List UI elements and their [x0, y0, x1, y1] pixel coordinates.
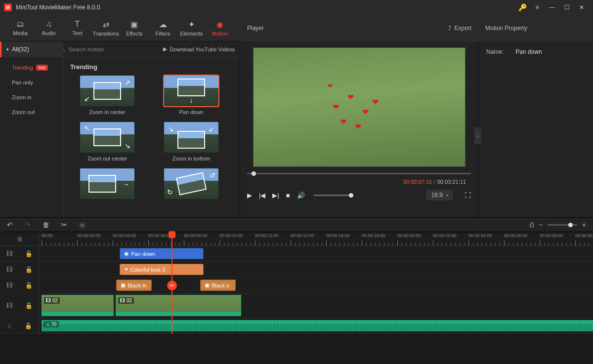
video-clip-1[interactable]: 🎞02	[42, 295, 114, 316]
app-logo-icon: M	[4, 3, 12, 11]
elements-icon: ✦	[188, 20, 195, 29]
video-track: 🎞🔓 🎞02 🎞02	[0, 293, 593, 318]
motion-track: 🎞🔓 ◉ Pan down	[0, 246, 593, 262]
transition-track: 🎞🔓 ▣Black in ▣Black o ✂	[0, 278, 593, 293]
audio-track: ♫🔓 ♫ 20	[0, 318, 593, 334]
category-all[interactable]: ▾ All(32)	[0, 41, 63, 57]
close-icon[interactable]: ✕	[574, 0, 589, 15]
effect-clip[interactable]: ✦ Colorful love 3	[120, 264, 204, 275]
motion-item-zoom-in-center[interactable]: ↗↗ Zoom in center	[70, 76, 144, 115]
category-trending[interactable]: TrendingHot	[0, 60, 63, 75]
lock-icon[interactable]: 🔓	[25, 266, 33, 273]
effect-clip-icon: ✦	[124, 266, 128, 273]
motion-item-pan-down[interactable]: ↓ Pan down	[154, 76, 228, 115]
effect-track-icon: 🎞	[6, 266, 12, 273]
motion-grid: Trending ↗↗ Zoom in center ↓ Pan down ↘↘…	[63, 57, 240, 217]
fullscreen-icon[interactable]: ⛶	[465, 192, 471, 199]
stop-button[interactable]: ■	[286, 192, 290, 199]
transition-icon: ⇄	[103, 20, 109, 29]
zoom-out-button[interactable]: −	[539, 221, 543, 229]
hamburger-menu-icon[interactable]: ≡	[530, 0, 545, 15]
tab-elements[interactable]: ✦Elements	[177, 15, 206, 41]
property-panel: Name: Pan down	[478, 41, 593, 217]
grid-heading: Trending	[70, 63, 233, 71]
motion-item-zoom-in-bottom[interactable]: ↘↘ Zoom in bottom	[154, 122, 228, 162]
play-button[interactable]: ▶	[247, 192, 252, 199]
export-icon: ⤴	[448, 25, 451, 32]
transition-track-icon: 🎞	[6, 282, 12, 289]
zoom-fit-icon[interactable]: ⎙	[530, 221, 534, 229]
text-icon: T	[75, 20, 80, 29]
tab-effects[interactable]: ▣Effects	[120, 15, 149, 41]
zoom-in-button[interactable]: +	[582, 221, 586, 229]
motion-item-6[interactable]: ↺↻	[154, 168, 228, 202]
lock-icon[interactable]: 🔓	[25, 282, 33, 289]
motion-icon: ◉	[216, 20, 223, 29]
property-header: Motion Property	[478, 15, 593, 41]
property-name-value: Pan down	[515, 48, 542, 55]
media-type-tabs: 🗂Media ♫Audio TText ⇄Transitions ▣Effect…	[0, 15, 240, 41]
video-preview[interactable]: ❤ ❤ ❤ ❤ ❤ ❤ ❤	[253, 47, 466, 167]
scrubber-knob[interactable]	[252, 171, 256, 176]
undo-button[interactable]: ↶	[7, 221, 13, 229]
export-button[interactable]: ⤴ Export	[448, 25, 471, 32]
crop-button[interactable]: ▣	[79, 221, 85, 229]
clip-icon: 🎞	[120, 298, 125, 303]
transition-out-clip[interactable]: ▣Black o	[200, 280, 236, 291]
tab-motion[interactable]: ◉Motion	[206, 15, 234, 41]
scrubber[interactable]	[240, 170, 478, 177]
motion-browser: ▾ All(32) 🔍 Search motion ▶ Download You…	[0, 41, 240, 217]
tab-transitions[interactable]: ⇄Transitions	[91, 15, 120, 41]
property-name-label: Name:	[486, 48, 504, 55]
category-zoom-in[interactable]: Zoom in	[0, 90, 63, 105]
effects-icon: ▣	[130, 20, 138, 29]
category-zoom-out[interactable]: Zoom out	[0, 105, 63, 120]
lock-icon[interactable]: 🔓	[25, 302, 33, 309]
zoom-slider[interactable]	[548, 224, 577, 226]
chevron-down-icon: ▾	[6, 47, 9, 52]
youtube-icon: ▶	[163, 46, 167, 52]
minimize-icon[interactable]: —	[545, 0, 559, 15]
folder-icon: 🗂	[16, 20, 24, 29]
timeline: ⊞ 00:0000:00:02:0000:00:04:0000:00:06:00…	[0, 232, 593, 334]
maximize-icon[interactable]: ☐	[559, 0, 574, 15]
player-header: Player ⤴ Export	[240, 15, 478, 41]
upgrade-key-icon[interactable]: 🔑	[518, 3, 527, 11]
video-track-icon: 🎞	[6, 302, 12, 309]
motion-item-zoom-out-center[interactable]: ↘↘ Zoom out center	[70, 122, 144, 162]
cut-marker-icon[interactable]: ✂	[167, 281, 177, 290]
next-frame-button[interactable]: ▶|	[272, 192, 279, 199]
player-title: Player	[247, 25, 264, 32]
tab-media[interactable]: 🗂Media	[6, 15, 35, 41]
split-button[interactable]: ✂	[61, 221, 67, 229]
audio-track-icon: ♫	[7, 323, 11, 329]
search-motion-input[interactable]: 🔍 Search motion	[59, 46, 104, 52]
motion-item-5[interactable]: →	[70, 168, 144, 202]
volume-slider[interactable]	[314, 195, 353, 196]
download-youtube-button[interactable]: ▶ Download YouTube Videos	[163, 46, 235, 52]
volume-icon[interactable]: 🔊	[297, 192, 305, 199]
transition-in-clip[interactable]: ▣Black in	[116, 280, 152, 291]
time-ruler[interactable]: 00:0000:00:02:0000:00:04:0000:00:06:0000…	[40, 232, 593, 245]
redo-button[interactable]: ↷	[25, 221, 31, 229]
panel-collapse-icon[interactable]: ›	[474, 127, 481, 144]
add-track-icon[interactable]: ⊞	[17, 236, 22, 243]
video-clip-2[interactable]: 🎞02	[116, 295, 241, 316]
motion-clip-icon: ◉	[124, 250, 129, 257]
property-title: Motion Property	[485, 25, 527, 32]
aspect-ratio-select[interactable]: 16:9	[426, 190, 453, 201]
lock-icon[interactable]: 🔓	[25, 250, 33, 257]
lock-icon[interactable]: 🔓	[25, 323, 32, 329]
tab-audio[interactable]: ♫Audio	[35, 15, 63, 41]
current-time: 00:00:07:15	[403, 179, 432, 185]
category-pan-only[interactable]: Pan only	[0, 75, 63, 90]
app-title: MiniTool MovieMaker Free 8.0.0	[16, 4, 518, 11]
transition-clip-icon: ▣	[205, 282, 210, 288]
delete-button[interactable]: 🗑	[42, 221, 49, 229]
player-panel: ❤ ❤ ❤ ❤ ❤ ❤ ❤ 00:00:07:15 / 00:03:21:11 …	[240, 41, 478, 217]
motion-clip[interactable]: ◉ Pan down	[120, 248, 204, 259]
tab-filters[interactable]: ☁Filters	[149, 15, 177, 41]
audio-clip[interactable]: ♫ 20	[42, 320, 593, 331]
prev-frame-button[interactable]: |◀	[259, 192, 265, 199]
tab-text[interactable]: TText	[63, 15, 92, 41]
